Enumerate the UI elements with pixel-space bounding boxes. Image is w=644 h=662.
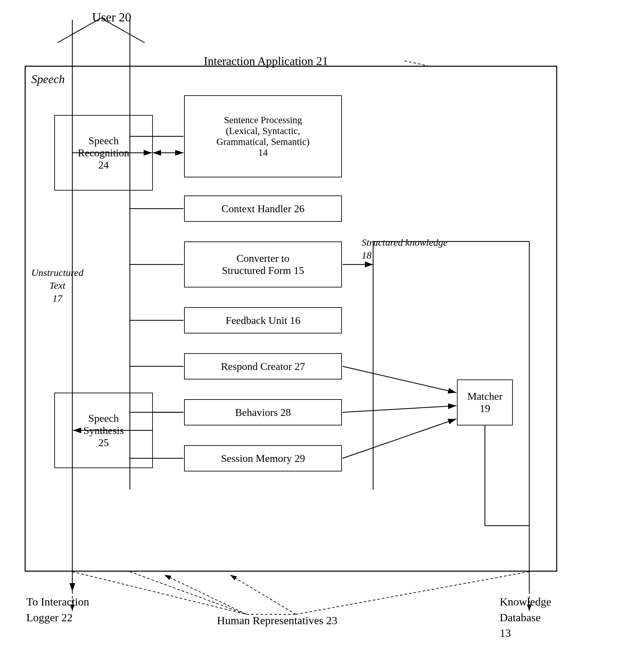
box-behaviors: Behaviors 28 xyxy=(184,399,342,425)
svg-line-32 xyxy=(404,61,428,66)
box-session-memory: Session Memory 29 xyxy=(184,445,342,471)
label-user: User 20 xyxy=(92,10,131,24)
label-speech: Speech xyxy=(31,72,65,86)
label-interaction-logger: To Interaction Logger 22 xyxy=(26,594,89,625)
svg-line-35 xyxy=(296,572,529,614)
box-feedback: Feedback Unit 16 xyxy=(184,307,342,333)
box-sentence-processing: Sentence Processing (Lexical, Syntactic,… xyxy=(184,95,342,178)
box-converter: Converter to Structured Form 15 xyxy=(184,241,342,287)
label-interaction-app: Interaction Application 21 xyxy=(204,54,328,68)
label-human-rep: Human Representatives 23 xyxy=(217,614,337,627)
svg-line-40 xyxy=(164,575,247,614)
label-knowledge-db: Knowledge Database 13 xyxy=(500,594,551,641)
box-speech-recognition: Speech Recognition 24 xyxy=(54,115,153,191)
diagram: User 20 Interaction Application 21 Speec… xyxy=(0,0,644,662)
svg-line-41 xyxy=(230,575,296,614)
box-speech-synthesis: Speech Synthesis 25 xyxy=(54,393,153,468)
svg-line-33 xyxy=(72,572,247,614)
svg-line-36 xyxy=(130,572,247,614)
box-respond-creator: Respond Creator 27 xyxy=(184,353,342,379)
box-context-handler: Context Handler 26 xyxy=(184,195,342,222)
label-unstructured: Unstructured Text 17 xyxy=(31,266,84,305)
box-matcher: Matcher 19 xyxy=(457,379,513,425)
label-structured-knowledge: Structured knowledge 18 xyxy=(362,236,447,261)
